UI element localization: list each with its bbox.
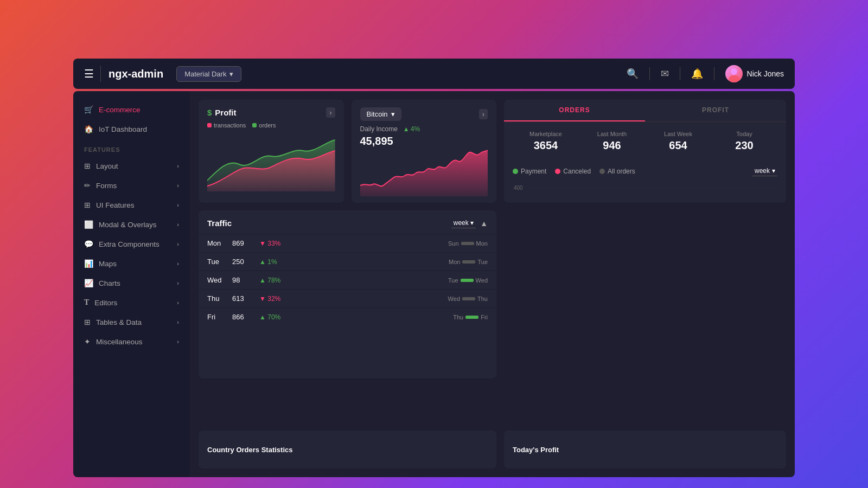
- traffic-value: 613: [232, 294, 254, 303]
- sidebar-item-forms[interactable]: ✏ Forms ›: [73, 176, 190, 195]
- bottom-row: Country Orders Statistics Today's Profit: [199, 431, 786, 468]
- sidebar-item-label: Maps: [99, 260, 117, 268]
- payment-dot: [513, 169, 518, 174]
- chart-legend: Payment Canceled All orders: [513, 166, 777, 176]
- traffic-change: ▲ 70%: [259, 313, 286, 321]
- compare-to: Thu: [477, 296, 488, 302]
- right-spacer: [504, 210, 786, 423]
- bell-icon[interactable]: 🔔: [691, 68, 703, 80]
- profit-title-row: $ Profit ›: [207, 107, 335, 118]
- sidebar-item-misc[interactable]: ✦ Miscellaneous ›: [73, 332, 190, 351]
- logo: ngx-admin: [108, 68, 163, 80]
- orders-dot: [252, 123, 257, 127]
- traffic-header: Traffic week ▾ ▲: [199, 210, 496, 234]
- traffic-compare: Mon Tue: [449, 259, 488, 265]
- change-badge: ▲ 4%: [403, 125, 420, 133]
- sidebar-item-iot[interactable]: 🏠 IoT Dashboard: [73, 119, 190, 139]
- traffic-day: Tue: [207, 258, 227, 266]
- svg-point-1: [729, 75, 739, 82]
- traffic-card: Traffic week ▾ ▲ Mon 869 ▼ 33% Sun: [199, 210, 496, 378]
- sidebar-item-label: Forms: [96, 182, 117, 190]
- traffic-change: ▼ 32%: [259, 295, 286, 303]
- week-selector[interactable]: week ▾: [752, 166, 777, 176]
- stat-value: 946: [579, 139, 645, 152]
- sidebar-item-label: Editors: [94, 299, 117, 307]
- table-row: Wed 98 ▲ 78% Tue Wed: [199, 271, 496, 289]
- traffic-bar: [462, 297, 475, 300]
- sidebar-item-label: Extra Components: [99, 240, 159, 248]
- traffic-change: ▲ 78%: [259, 277, 286, 284]
- sidebar-item-ecommerce[interactable]: 🛒 E-commerce: [73, 100, 190, 119]
- mail-icon[interactable]: ✉: [661, 68, 669, 80]
- sidebar-item-editors[interactable]: T Editors ›: [73, 293, 190, 312]
- stat-label: Marketplace: [513, 131, 579, 137]
- stat-value: 230: [711, 139, 777, 152]
- traffic-value: 869: [232, 239, 254, 247]
- traffic-day: Thu: [207, 294, 227, 303]
- compare-from: Wed: [448, 296, 460, 302]
- legend-payment: Payment: [513, 168, 546, 175]
- traffic-controls: week ▾ ▲: [451, 218, 488, 228]
- sidebar-item-modal[interactable]: ⬜ Modal & Overlays ›: [73, 215, 190, 234]
- user-name: Nick Jones: [747, 69, 784, 78]
- sidebar-item-label: Layout: [96, 162, 118, 170]
- sidebar-item-maps[interactable]: 📊 Maps ›: [73, 254, 190, 273]
- modal-icon: ⬜: [84, 220, 93, 229]
- content-inner: $ Profit › transactions orders: [190, 91, 795, 477]
- profit-expand-btn[interactable]: ›: [326, 107, 335, 118]
- traffic-collapse-btn[interactable]: ▲: [480, 219, 488, 228]
- sidebar-item-label: E-commerce: [99, 106, 141, 114]
- search-icon[interactable]: 🔍: [627, 68, 639, 80]
- transactions-label: transactions: [214, 122, 246, 129]
- editors-icon: T: [84, 298, 89, 307]
- tab-profit[interactable]: PROFIT: [645, 100, 786, 121]
- traffic-value: 866: [232, 313, 254, 321]
- bitcoin-header: Bitcoin ▾ ›: [360, 107, 488, 121]
- sidebar-arrow: ›: [177, 221, 179, 228]
- sidebar-item-label: Modal & Overlays: [99, 221, 157, 229]
- legend-canceled: Canceled: [555, 168, 591, 175]
- extra-icon: 💬: [84, 240, 93, 248]
- sidebar-item-label: Tables & Data: [96, 318, 142, 326]
- canceled-dot: [555, 169, 560, 174]
- sidebar-item-ui-features[interactable]: ⊞ UI Features ›: [73, 195, 190, 215]
- sidebar-arrow: ›: [177, 182, 179, 189]
- sidebar-arrow: ›: [177, 260, 179, 267]
- user-profile[interactable]: Nick Jones: [725, 65, 784, 82]
- menu-icon[interactable]: ☰: [84, 67, 94, 80]
- header-vdiv-3: [714, 67, 714, 80]
- traffic-week-selector[interactable]: week ▾: [451, 218, 476, 228]
- sidebar-item-label: Miscellaneous: [96, 338, 143, 346]
- sidebar-item-extra[interactable]: 💬 Extra Components ›: [73, 234, 190, 254]
- orders-panel: ORDERS PROFIT Marketplace 3654 Last Mont…: [504, 100, 786, 203]
- bitcoin-expand-btn[interactable]: ›: [479, 109, 488, 119]
- traffic-compare: Tue Wed: [448, 277, 488, 284]
- sidebar-arrow: ›: [177, 241, 179, 247]
- traffic-compare: Thu Fri: [453, 314, 488, 320]
- transactions-dot: [207, 123, 212, 127]
- traffic-change: ▼ 33%: [259, 240, 286, 247]
- bitcoin-selector[interactable]: Bitcoin ▾: [360, 107, 401, 121]
- compare-to: Mon: [476, 240, 488, 247]
- sidebar: 🛒 E-commerce 🏠 IoT Dashboard FEATURES ⊞ …: [73, 91, 190, 477]
- legend-orders: orders: [252, 122, 276, 129]
- traffic-value: 98: [232, 276, 254, 284]
- profit-chart: [207, 132, 335, 191]
- bitcoin-card: Bitcoin ▾ › Daily Income ▲ 4% 45,895: [352, 100, 497, 203]
- sidebar-item-layout[interactable]: ⊞ Layout ›: [73, 156, 190, 176]
- theme-selector[interactable]: Material Dark ▾: [176, 66, 241, 82]
- table-row: Fri 866 ▲ 70% Thu Fri: [199, 307, 496, 326]
- content: $ Profit › transactions orders: [190, 91, 795, 477]
- sidebar-item-charts[interactable]: 📈 Charts ›: [73, 273, 190, 293]
- tab-orders[interactable]: ORDERS: [504, 100, 645, 121]
- header-vdiv-1: [649, 67, 650, 80]
- traffic-compare: Wed Thu: [448, 296, 488, 302]
- sidebar-item-tables[interactable]: ⊞ Tables & Data ›: [73, 312, 190, 332]
- stat-label: Today: [711, 131, 777, 137]
- forms-icon: ✏: [84, 181, 91, 190]
- orders-tabs: ORDERS PROFIT: [504, 100, 786, 122]
- sidebar-arrow: ›: [177, 163, 179, 169]
- profit-chart-area: [207, 132, 335, 195]
- orders-main-chart: 400 300 200 100 0: [513, 182, 777, 203]
- sidebar-arrow: ›: [177, 338, 179, 345]
